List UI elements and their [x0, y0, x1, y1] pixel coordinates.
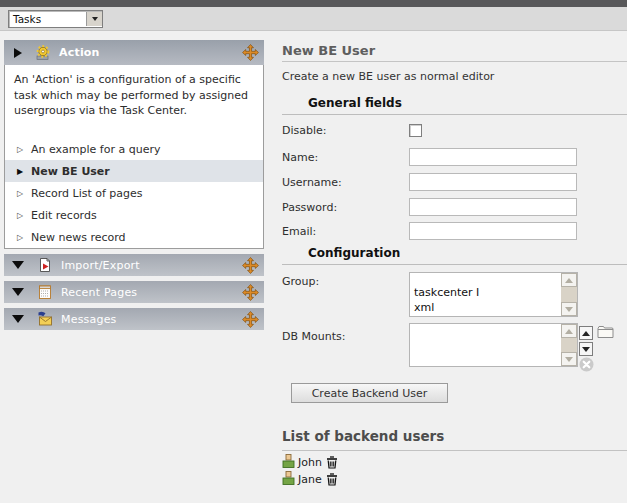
triangle-bullet-icon: ▷	[17, 211, 31, 220]
arrow-down-icon	[582, 347, 590, 352]
delete-user-icon[interactable]	[326, 456, 338, 469]
messages-envelope-icon	[37, 311, 53, 327]
triangle-right-icon[interactable]	[14, 48, 22, 58]
triangle-down-icon[interactable]	[12, 288, 24, 296]
triangle-down-icon[interactable]	[12, 315, 24, 323]
triangle-bullet-icon: ▷	[17, 233, 31, 242]
scroll-down-icon[interactable]	[561, 302, 577, 316]
section-configuration: Configuration	[282, 246, 627, 265]
section-heading: General fields	[308, 96, 627, 110]
email-input[interactable]	[409, 222, 577, 240]
action-item-label: New news record	[31, 231, 126, 244]
module-select[interactable]: Tasks	[8, 10, 103, 28]
username-input[interactable]	[409, 173, 577, 191]
page-title: New BE User	[282, 44, 627, 62]
group-scrollbar[interactable]	[561, 273, 577, 316]
db-mounts-label: DB Mounts:	[282, 330, 345, 343]
scroll-up-icon[interactable]	[561, 324, 577, 338]
section-general-fields: General fields	[282, 96, 627, 115]
group-option[interactable]: xml	[414, 300, 479, 315]
triangle-bullet-icon: ▶	[17, 167, 31, 176]
user-icon	[282, 454, 295, 471]
triangle-down-icon[interactable]	[12, 261, 24, 269]
action-item-new-be-user[interactable]: ▶ New BE User	[5, 160, 263, 182]
action-item-edit-records[interactable]: ▷ Edit records	[5, 204, 263, 226]
group-listbox[interactable]: taskcenter I xml	[409, 272, 578, 317]
chevron-down-icon	[92, 17, 98, 21]
panel-label: Action	[59, 46, 242, 59]
task-center-window: Tasks Action	[0, 0, 627, 503]
scroll-up-icon[interactable]	[561, 273, 577, 287]
top-strip	[0, 0, 627, 7]
panel-label: Import/Export	[61, 259, 242, 272]
action-item-label: New BE User	[31, 165, 110, 178]
action-item-record-list[interactable]: ▷ Record List of pages	[5, 182, 263, 204]
action-item-list: ▷ An example for a query ▶ New BE User ▷…	[5, 138, 263, 248]
panel-body-action: An 'Action' is a configuration of a spec…	[4, 65, 264, 249]
password-input[interactable]	[409, 198, 577, 216]
arrow-up-icon	[582, 331, 590, 336]
module-select-arrow-button[interactable]	[86, 12, 102, 26]
disable-checkbox[interactable]	[409, 124, 422, 137]
folder-icon[interactable]	[597, 325, 614, 342]
db-mounts-move-up-button[interactable]	[579, 326, 593, 340]
clear-selection-icon[interactable]	[579, 357, 594, 372]
user-name: Jane	[298, 473, 322, 486]
action-item-new-news[interactable]: ▷ New news record	[5, 226, 263, 248]
panel-header-messages[interactable]: Messages	[4, 308, 264, 330]
module-select-value: Tasks	[9, 13, 86, 25]
panel-header-action[interactable]: Action	[4, 40, 264, 65]
move-icon[interactable]	[242, 284, 259, 301]
disable-label: Disable:	[282, 124, 327, 137]
panel-header-import-export[interactable]: Import/Export	[4, 254, 264, 276]
group-label: Group:	[282, 275, 319, 288]
import-export-icon	[37, 257, 53, 273]
backend-users-heading: List of backend users	[282, 428, 627, 451]
main-content: New BE User Create a new BE user as norm…	[282, 44, 627, 503]
scroll-down-icon[interactable]	[561, 352, 577, 366]
user-icon	[282, 471, 295, 488]
module-toolbar: Tasks	[0, 7, 627, 31]
action-item-query[interactable]: ▷ An example for a query	[5, 138, 263, 160]
backend-user-row: John	[282, 454, 338, 470]
username-label: Username:	[282, 176, 342, 189]
triangle-bullet-icon: ▷	[17, 145, 31, 154]
triangle-bullet-icon: ▷	[17, 189, 31, 198]
user-name: John	[298, 456, 322, 469]
panel-label: Recent Pages	[61, 286, 242, 299]
recent-pages-icon	[37, 284, 53, 300]
section-heading: Configuration	[308, 246, 627, 260]
group-options: taskcenter I xml	[414, 285, 479, 315]
panel-header-recent-pages[interactable]: Recent Pages	[4, 281, 264, 303]
db-mounts-listbox[interactable]	[409, 323, 578, 367]
action-item-label: An example for a query	[31, 143, 160, 156]
sidebar: Action An 'Action' is a configuration of…	[4, 40, 264, 330]
db-mounts-scrollbar[interactable]	[561, 324, 577, 366]
group-option[interactable]: taskcenter I	[414, 285, 479, 300]
create-backend-user-button[interactable]: Create Backend User	[291, 383, 448, 403]
move-icon[interactable]	[242, 311, 259, 328]
action-gear-icon	[35, 45, 51, 61]
password-label: Password:	[282, 201, 337, 214]
name-input[interactable]	[409, 148, 577, 166]
panel-label: Messages	[61, 313, 242, 326]
delete-user-icon[interactable]	[326, 473, 338, 486]
backend-user-row: Jane	[282, 471, 338, 487]
action-item-label: Record List of pages	[31, 187, 143, 200]
action-description: An 'Action' is a configuration of a spec…	[14, 72, 254, 119]
action-item-label: Edit records	[31, 209, 97, 222]
name-label: Name:	[282, 151, 318, 164]
move-icon[interactable]	[242, 257, 259, 274]
move-icon[interactable]	[242, 44, 259, 61]
email-label: Email:	[282, 225, 316, 238]
page-subtitle: Create a new BE user as normal editor	[282, 70, 494, 83]
db-mounts-move-down-button[interactable]	[579, 342, 593, 356]
